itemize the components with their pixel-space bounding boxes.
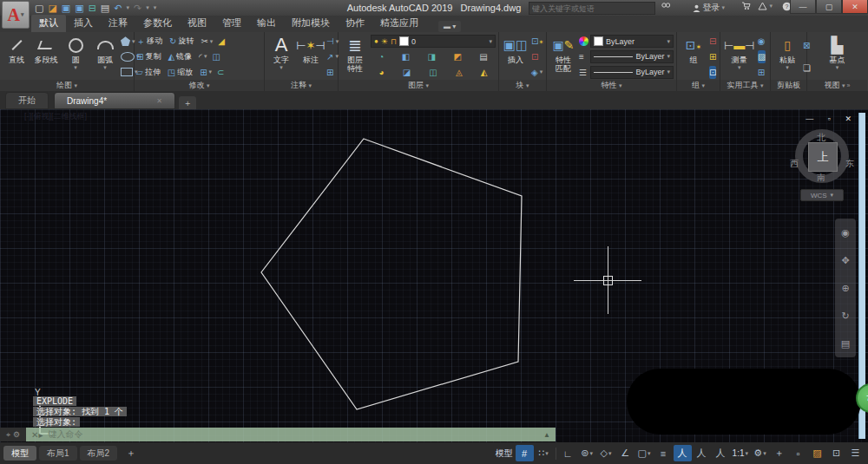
autodesk-app-icon[interactable]: ▾ xyxy=(758,2,773,10)
file-tab-close-icon[interactable]: ✕ xyxy=(156,97,162,105)
fillet-icon[interactable]: ◜ xyxy=(199,52,202,62)
clean-screen-toggle[interactable]: ⊡ xyxy=(827,445,845,461)
layer-freeze-icon[interactable]: ◨ xyxy=(428,52,436,62)
ribbon-tab-collaborate[interactable]: 协作 xyxy=(338,15,372,32)
ribbon-tab-view[interactable]: 视图 xyxy=(180,15,214,32)
scale-button[interactable]: 缩放 xyxy=(177,67,193,78)
arc-button[interactable]: 圆弧▾ xyxy=(90,34,120,80)
command-customize-icon[interactable]: ⚙ xyxy=(13,430,20,439)
command-line-tools[interactable]: ⌖ ⚙ xyxy=(0,428,26,441)
application-menu-button[interactable]: A▾ xyxy=(2,1,30,29)
panel-label-draw[interactable]: 绘图 ▾ xyxy=(0,80,134,91)
undo-icon[interactable]: ↶ xyxy=(114,2,122,14)
annotation-scale-dropdown[interactable]: 1:1▾ xyxy=(731,445,750,461)
quick-select-button[interactable]: ▨ xyxy=(758,50,766,63)
dimension-button[interactable]: ⊢✶⊣ 标注 xyxy=(296,34,326,80)
object-snap-toggle[interactable]: ▢▾ xyxy=(635,445,654,461)
ribbon-tab-annotate[interactable]: 注释 xyxy=(101,15,135,32)
layer-off-icon[interactable]: ◔ xyxy=(378,52,384,62)
orbit-icon[interactable]: ↻ xyxy=(841,310,849,322)
viewcube-north-label[interactable]: 北 xyxy=(817,132,825,144)
ungroup-button[interactable]: ⊟ xyxy=(709,35,716,48)
ribbon-tab-manage[interactable]: 管理 xyxy=(214,15,249,32)
plot-icon[interactable]: ▤ xyxy=(101,2,109,14)
showmotion-icon[interactable]: ▤ xyxy=(841,338,850,350)
layer-lock-icon[interactable]: ◩ xyxy=(453,52,461,62)
group-button[interactable]: ⊡✶ 组 xyxy=(679,34,708,80)
ribbon-tab-featured[interactable]: 精选应用 xyxy=(372,15,426,32)
drawing-canvas[interactable]: [-][俯视][二维线框] — ▫ ✕ 上 北 南 西 东 WCS▾ ◉ ✥ ⊕… xyxy=(0,109,868,442)
line-button[interactable]: 直线 xyxy=(2,34,31,80)
layer-plot-icon[interactable]: ▤ xyxy=(479,52,487,62)
layout2-tab[interactable]: 布局2 xyxy=(80,446,118,461)
layout1-tab[interactable]: 布局1 xyxy=(39,446,77,461)
signin-button[interactable]: 登录▾ xyxy=(693,2,725,14)
save-as-icon[interactable]: ▣ xyxy=(75,2,83,14)
transfer-icon[interactable]: ⊟ xyxy=(89,2,96,14)
dim-style-button[interactable]: ⊣▾ xyxy=(326,35,339,48)
copy-button[interactable]: 复制 xyxy=(145,51,161,62)
polyline-button[interactable]: 多段线 xyxy=(31,34,61,80)
circle-button[interactable]: 圆▾ xyxy=(61,34,90,80)
panel-label-groups[interactable]: 组 ▾ xyxy=(677,80,720,91)
ribbon-tab-output[interactable]: 输出 xyxy=(249,15,284,32)
ribbon-tab-home[interactable]: 默认 xyxy=(31,15,66,32)
customize-menu-icon[interactable]: ☰ xyxy=(846,445,865,461)
group-edit-button[interactable]: ⊞ xyxy=(709,50,716,63)
panel-label-properties[interactable]: 特性 ▾ xyxy=(547,80,676,91)
panel-label-block[interactable]: 块 ▾ xyxy=(499,80,546,91)
grid-toggle[interactable]: # xyxy=(516,445,534,461)
text-button[interactable]: A 文字▾ xyxy=(266,34,296,80)
layer-state-icon[interactable]: ◭ xyxy=(481,68,488,77)
workspace-gear-icon[interactable]: ⚙▾ xyxy=(751,445,769,461)
stretch-button[interactable]: 拉伸 xyxy=(145,67,161,78)
undo-dropdown-icon[interactable]: ▾ xyxy=(126,4,129,11)
block-attr-button[interactable]: ⊡ xyxy=(531,50,543,63)
search-icon[interactable] xyxy=(661,2,670,10)
app-store-cart-icon[interactable] xyxy=(741,2,751,10)
search-input[interactable] xyxy=(529,2,655,15)
table-button[interactable]: ⊞ xyxy=(326,66,339,79)
model-space-toggle[interactable]: 模型 xyxy=(494,445,515,461)
lineweight-list-icon[interactable]: ≡ xyxy=(579,50,589,63)
match-properties-button[interactable]: ▣✎ 特性匹配 xyxy=(549,34,578,80)
block-edit-button[interactable]: ⊡✶ xyxy=(531,35,543,48)
viewcube-south-label[interactable]: 南 xyxy=(817,172,825,184)
rotate-button[interactable]: 旋转 xyxy=(178,36,194,47)
object-color-dropdown[interactable]: ByLayer▾ xyxy=(590,35,674,48)
command-expand-icon[interactable]: ▲ xyxy=(543,431,550,439)
annotation-autoscale-toggle[interactable]: 人 xyxy=(693,445,711,461)
panel-label-utilities[interactable]: 实用工具 ▾ xyxy=(720,80,770,91)
layer-dropdown[interactable]: ● ☀ ⊓ 0 ▾ xyxy=(371,35,496,48)
viewport-window-buttons[interactable]: — ▫ ✕ xyxy=(806,114,858,123)
lineweight-toggle[interactable]: ≡ xyxy=(654,445,673,461)
model-tab[interactable]: 模型 xyxy=(3,446,36,461)
base-point-button[interactable]: ▙ 基点▾ xyxy=(823,34,852,80)
panel-label-modify[interactable]: 修改 ▾ xyxy=(135,80,264,91)
redo-icon[interactable]: ↷ xyxy=(134,2,141,14)
linetype-dropdown[interactable]: ByLayer▾ xyxy=(590,50,674,63)
quick-calc-button[interactable]: ⊞ xyxy=(758,66,766,79)
color-wheel-icon[interactable] xyxy=(579,36,589,46)
save-icon[interactable]: ▣ xyxy=(62,2,70,14)
file-tab-drawing4[interactable]: Drawing4*✕ xyxy=(54,92,175,109)
layer-unlock2-icon[interactable]: ◬ xyxy=(456,68,463,77)
redo-dropdown-icon[interactable]: ▾ xyxy=(146,4,149,11)
open-folder-icon[interactable]: ◪ xyxy=(48,2,56,14)
quick-properties-toggle[interactable]: ▫ xyxy=(789,445,807,461)
new-drawing-tab-button[interactable]: ＋ xyxy=(179,96,196,109)
mirror-button[interactable]: 镜像 xyxy=(176,51,192,62)
nav-wheel-icon[interactable]: ◉ xyxy=(841,227,850,239)
ribbon-collapse-icon[interactable]: ▬ ▾ xyxy=(438,21,461,32)
object-snap-tracking-toggle[interactable]: ∠ xyxy=(616,445,635,461)
lineweight-dropdown[interactable]: ByLayer▾ xyxy=(590,66,674,79)
polar-tracking-toggle[interactable]: ⊚▾ xyxy=(578,445,596,461)
group-select-toggle[interactable]: ⊡ xyxy=(709,66,716,79)
file-tab-start[interactable]: 开始 xyxy=(5,92,49,109)
command-input[interactable]: ✕▸ 键入命令 ▲ xyxy=(26,428,556,441)
move-button[interactable]: 移动 xyxy=(147,36,162,47)
offset-icon[interactable]: ◫ xyxy=(212,52,220,62)
layer-prev-icon[interactable]: ◫ xyxy=(429,68,437,77)
block-define-button[interactable]: ◈▾ xyxy=(531,66,543,79)
id-point-button[interactable]: ◉ xyxy=(758,35,766,48)
